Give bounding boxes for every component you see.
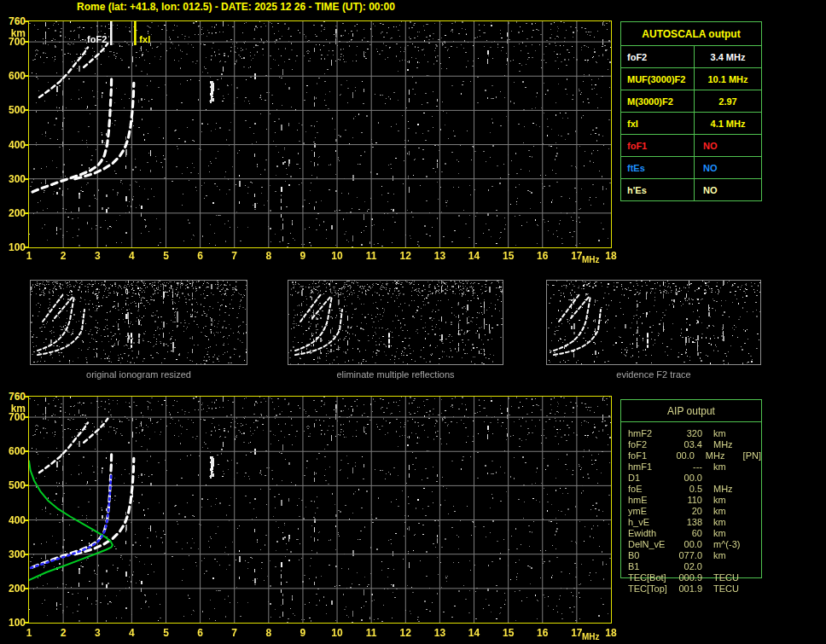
x-axis-tick-11: 11 [360,251,382,262]
y-axis-tick-760: 760 [0,392,26,403]
parameter-value: 3.4 MHz [695,46,761,67]
aip-label: Ewidth [628,528,677,539]
aip-value: 60 [677,528,702,539]
aip-row-yme: ymE20km [628,506,761,517]
parameter-label: foF1 [621,135,695,156]
y-axis-tickmark [25,450,29,452]
aip-label: B1 [628,561,677,572]
y-axis-tickmark [25,247,29,248]
autoscala-row-muf3000f2: MUF(3000)F210.1 MHz [621,68,761,90]
autoscala-output-table: AUTOSCALA output foF23.4 MHzMUF(3000)F21… [620,21,762,201]
aip-label: foE [628,484,677,495]
trace-f2-o-mode-trace [32,451,112,567]
aip-label: TEC[Top] [628,583,677,595]
x-axis-tick-11: 11 [360,628,382,639]
x-axis-tick-15: 15 [497,251,520,262]
aip-value: --- [677,461,702,473]
x-axis-tick-9: 9 [292,251,314,262]
x-axis-tick-2: 2 [52,628,74,639]
x-axis-tick-4: 4 [120,251,143,262]
y-axis-tick-700: 700 [0,37,26,48]
x-axis-tick-6: 6 [189,628,212,639]
y-axis-tick-400: 400 [0,140,26,151]
thumbnail-caption-eliminate: eliminate multiple reflections [288,369,503,380]
aip-output-table: AIP output hmF2320kmfoF203.4MHzfoF100.0M… [620,399,762,578]
aip-extra: [PN] [743,450,761,461]
y-axis-tickmark [25,178,29,180]
aip-label: hmF1 [628,461,677,473]
x-axis-tick-12: 12 [394,251,416,262]
aip-label: foF2 [628,439,677,450]
aip-row-hmf2: hmF2320km [628,428,761,439]
aip-unit [713,473,747,484]
aip-value: 00.0 [677,473,702,484]
aip-unit: km [713,506,747,517]
aip-row-b1: B102.0 [628,561,761,572]
aip-row-fof1: foF100.0MHz[PN] [628,450,761,461]
aip-label: foF1 [628,450,672,461]
parameter-label: MUF(3000)F2 [621,68,695,90]
ionogram-top-plot: foF2fxI [28,20,612,248]
y-axis-tickmark [25,484,29,486]
parameter-value: 4.1 MHz [695,113,761,134]
y-axis-tick-760: 760 [0,16,26,27]
page-title: Rome (lat: +41.8, lon: 012.5) - DATE: 20… [77,1,395,13]
x-axis-tick-16: 16 [532,251,554,262]
marker-label-fof2: foF2 [87,34,107,44]
thumbnail-eliminate-reflections [288,280,503,365]
aip-row-d1: D100.0 [628,473,761,484]
aip-row-foe: foE0.5MHz [628,484,761,495]
x-axis-tick-4: 4 [120,628,143,639]
y-axis-tick-600: 600 [0,71,26,82]
aip-label: hmE [628,495,677,506]
x-axis-tick-3: 3 [86,251,108,262]
x-axis-tick-1: 1 [18,628,40,639]
x-axis-tick-10: 10 [326,628,348,639]
aip-label: DelN_vE [628,539,677,550]
autoscala-row-hes: h'EsNO [621,179,761,201]
y-axis-tick-600: 600 [0,446,26,457]
aip-unit: km [713,550,747,561]
y-axis-tick-200: 200 [0,583,26,595]
marker-label-fxi: fxI [139,34,150,44]
y-axis-tick-200: 200 [0,208,26,219]
y-axis-tickmark [25,20,29,22]
aip-label: B0 [628,550,677,561]
autoscala-row-fof2: foF23.4 MHz [621,46,761,68]
autoscala-row-m3000f2: M(3000)F22.97 [621,90,761,113]
aip-unit: km [713,517,747,528]
aip-row-hme: hmE110km [628,495,761,506]
y-axis-tick-300: 300 [0,174,26,185]
thumbnail-trace-layer [547,281,760,364]
aip-unit [713,561,747,572]
x-axis-unit-mhz: MHz [582,254,600,265]
aip-unit: km [713,428,747,439]
x-axis-tick-7: 7 [224,628,246,639]
aip-value: 00.0 [672,450,695,461]
x-axis-tick-7: 7 [224,251,246,262]
aip-value: 20 [677,506,702,517]
x-axis-tick-13: 13 [428,251,451,262]
aip-value: 110 [677,495,702,506]
x-axis-unit-mhz: MHz [582,631,600,642]
autoscala-table-rows: foF23.4 MHzMUF(3000)F210.1 MHzM(3000)F22… [621,46,761,201]
aip-table-title: AIP output [621,400,761,422]
y-axis-tickmark [25,41,29,43]
aip-unit: km [713,528,747,539]
autoscala-row-fof1: foF1NO [621,135,761,157]
parameter-label: fxI [621,113,695,134]
parameter-value: NO [695,135,761,156]
thumbnail-trace-layer [288,281,503,364]
parameter-label: ftEs [621,157,695,178]
x-axis-tick-8: 8 [258,251,280,262]
x-axis-tick-5: 5 [154,628,177,639]
y-axis-tick-500: 500 [0,105,26,116]
x-axis-tick-14: 14 [463,251,486,262]
x-axis-tick-8: 8 [258,628,280,639]
x-axis-tick-6: 6 [189,251,212,262]
autoscala-table-title: AUTOSCALA output [621,22,761,46]
y-axis-tickmark [25,144,29,146]
aip-row-hmf1: hmF1---km [628,461,761,473]
parameter-value: NO [695,157,761,178]
aip-row-tecbot: TEC[Bot]000.9TECU [628,572,761,583]
